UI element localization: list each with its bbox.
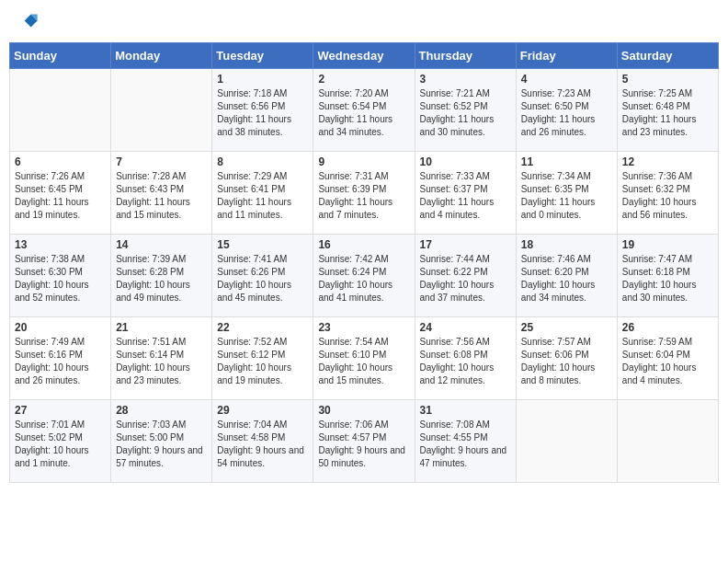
day-number: 4 (521, 73, 612, 86)
day-number: 16 (318, 238, 409, 251)
day-info: Sunrise: 7:25 AM Sunset: 6:48 PM Dayligh… (622, 87, 713, 139)
calendar-day-cell: 31Sunrise: 7:08 AM Sunset: 4:55 PM Dayli… (415, 400, 516, 483)
day-number: 31 (420, 404, 511, 417)
day-number: 15 (217, 238, 308, 251)
calendar-day-cell: 19Sunrise: 7:47 AM Sunset: 6:18 PM Dayli… (617, 235, 718, 317)
calendar-day-cell (10, 69, 111, 152)
calendar-day-cell: 7Sunrise: 7:28 AM Sunset: 6:43 PM Daylig… (111, 152, 212, 235)
day-info: Sunrise: 7:47 AM Sunset: 6:18 PM Dayligh… (622, 253, 713, 304)
calendar-day-cell (516, 400, 617, 483)
day-number: 30 (318, 404, 409, 417)
calendar-day-cell: 22Sunrise: 7:52 AM Sunset: 6:12 PM Dayli… (212, 317, 313, 400)
day-info: Sunrise: 7:21 AM Sunset: 6:52 PM Dayligh… (420, 87, 511, 139)
day-info: Sunrise: 7:56 AM Sunset: 6:08 PM Dayligh… (420, 336, 511, 387)
day-number: 10 (420, 155, 511, 168)
day-of-week-header: Thursday (415, 43, 516, 69)
calendar-day-cell (617, 400, 718, 483)
calendar-day-cell: 10Sunrise: 7:33 AM Sunset: 6:37 PM Dayli… (415, 152, 516, 235)
day-number: 23 (318, 321, 409, 334)
page-header (9, 9, 719, 35)
calendar-day-cell: 21Sunrise: 7:51 AM Sunset: 6:14 PM Dayli… (111, 317, 212, 400)
day-number: 3 (420, 73, 511, 86)
day-of-week-header: Saturday (617, 43, 718, 69)
day-number: 11 (521, 155, 612, 168)
day-number: 1 (217, 73, 308, 86)
day-number: 17 (420, 238, 511, 251)
day-number: 9 (318, 155, 409, 168)
day-info: Sunrise: 7:34 AM Sunset: 6:35 PM Dayligh… (521, 170, 612, 222)
calendar-day-cell: 14Sunrise: 7:39 AM Sunset: 6:28 PM Dayli… (111, 235, 212, 317)
logo-icon (13, 9, 39, 35)
day-info: Sunrise: 7:03 AM Sunset: 5:00 PM Dayligh… (116, 419, 207, 470)
day-info: Sunrise: 7:54 AM Sunset: 6:10 PM Dayligh… (318, 336, 409, 387)
day-info: Sunrise: 7:26 AM Sunset: 6:45 PM Dayligh… (15, 170, 106, 222)
calendar-table: SundayMondayTuesdayWednesdayThursdayFrid… (9, 42, 719, 483)
day-number: 21 (116, 321, 207, 334)
day-info: Sunrise: 7:01 AM Sunset: 5:02 PM Dayligh… (15, 419, 106, 470)
day-info: Sunrise: 7:08 AM Sunset: 4:55 PM Dayligh… (420, 419, 511, 470)
calendar-day-cell: 29Sunrise: 7:04 AM Sunset: 4:58 PM Dayli… (212, 400, 313, 483)
day-number: 29 (217, 404, 308, 417)
day-info: Sunrise: 7:41 AM Sunset: 6:26 PM Dayligh… (217, 253, 308, 304)
day-number: 28 (116, 404, 207, 417)
day-number: 8 (217, 155, 308, 168)
calendar-day-cell: 2Sunrise: 7:20 AM Sunset: 6:54 PM Daylig… (313, 69, 415, 152)
calendar-week-row: 13Sunrise: 7:38 AM Sunset: 6:30 PM Dayli… (10, 235, 719, 317)
day-of-week-header: Wednesday (313, 43, 415, 69)
calendar-day-cell: 23Sunrise: 7:54 AM Sunset: 6:10 PM Dayli… (313, 317, 415, 400)
calendar-week-row: 20Sunrise: 7:49 AM Sunset: 6:16 PM Dayli… (10, 317, 719, 400)
day-number: 22 (217, 321, 308, 334)
calendar-day-cell: 12Sunrise: 7:36 AM Sunset: 6:32 PM Dayli… (617, 152, 718, 235)
day-number: 6 (15, 155, 106, 168)
day-number: 14 (116, 238, 207, 251)
calendar-week-row: 27Sunrise: 7:01 AM Sunset: 5:02 PM Dayli… (10, 400, 719, 483)
day-number: 25 (521, 321, 612, 334)
day-info: Sunrise: 7:51 AM Sunset: 6:14 PM Dayligh… (116, 336, 207, 387)
calendar-day-cell: 25Sunrise: 7:57 AM Sunset: 6:06 PM Dayli… (516, 317, 617, 400)
day-of-week-header: Friday (516, 43, 617, 69)
calendar-day-cell: 13Sunrise: 7:38 AM Sunset: 6:30 PM Dayli… (10, 235, 111, 317)
calendar-day-cell: 3Sunrise: 7:21 AM Sunset: 6:52 PM Daylig… (415, 69, 516, 152)
day-number: 27 (15, 404, 106, 417)
day-info: Sunrise: 7:20 AM Sunset: 6:54 PM Dayligh… (318, 87, 409, 139)
day-info: Sunrise: 7:31 AM Sunset: 6:39 PM Dayligh… (318, 170, 409, 222)
calendar-header-row: SundayMondayTuesdayWednesdayThursdayFrid… (10, 43, 719, 69)
calendar-day-cell: 20Sunrise: 7:49 AM Sunset: 6:16 PM Dayli… (10, 317, 111, 400)
day-info: Sunrise: 7:46 AM Sunset: 6:20 PM Dayligh… (521, 253, 612, 304)
day-info: Sunrise: 7:49 AM Sunset: 6:16 PM Dayligh… (15, 336, 106, 387)
day-number: 18 (521, 238, 612, 251)
day-of-week-header: Monday (111, 43, 212, 69)
day-info: Sunrise: 7:39 AM Sunset: 6:28 PM Dayligh… (116, 253, 207, 304)
day-info: Sunrise: 7:59 AM Sunset: 6:04 PM Dayligh… (622, 336, 713, 387)
calendar-day-cell: 4Sunrise: 7:23 AM Sunset: 6:50 PM Daylig… (516, 69, 617, 152)
day-info: Sunrise: 7:33 AM Sunset: 6:37 PM Dayligh… (420, 170, 511, 222)
day-number: 20 (15, 321, 106, 334)
day-number: 26 (622, 321, 713, 334)
calendar-day-cell: 18Sunrise: 7:46 AM Sunset: 6:20 PM Dayli… (516, 235, 617, 317)
calendar-day-cell: 5Sunrise: 7:25 AM Sunset: 6:48 PM Daylig… (617, 69, 718, 152)
day-number: 2 (318, 73, 409, 86)
day-info: Sunrise: 7:42 AM Sunset: 6:24 PM Dayligh… (318, 253, 409, 304)
calendar-week-row: 6Sunrise: 7:26 AM Sunset: 6:45 PM Daylig… (10, 152, 719, 235)
day-info: Sunrise: 7:52 AM Sunset: 6:12 PM Dayligh… (217, 336, 308, 387)
calendar-day-cell: 16Sunrise: 7:42 AM Sunset: 6:24 PM Dayli… (313, 235, 415, 317)
day-number: 7 (116, 155, 207, 168)
day-of-week-header: Tuesday (212, 43, 313, 69)
day-info: Sunrise: 7:38 AM Sunset: 6:30 PM Dayligh… (15, 253, 106, 304)
calendar-day-cell: 15Sunrise: 7:41 AM Sunset: 6:26 PM Dayli… (212, 235, 313, 317)
day-info: Sunrise: 7:29 AM Sunset: 6:41 PM Dayligh… (217, 170, 308, 222)
day-number: 5 (622, 73, 713, 86)
calendar-day-cell: 28Sunrise: 7:03 AM Sunset: 5:00 PM Dayli… (111, 400, 212, 483)
calendar-day-cell: 8Sunrise: 7:29 AM Sunset: 6:41 PM Daylig… (212, 152, 313, 235)
calendar-day-cell (111, 69, 212, 152)
calendar-day-cell: 24Sunrise: 7:56 AM Sunset: 6:08 PM Dayli… (415, 317, 516, 400)
calendar-week-row: 1Sunrise: 7:18 AM Sunset: 6:56 PM Daylig… (10, 69, 719, 152)
day-number: 13 (15, 238, 106, 251)
day-info: Sunrise: 7:36 AM Sunset: 6:32 PM Dayligh… (622, 170, 713, 222)
logo (13, 9, 42, 35)
day-info: Sunrise: 7:18 AM Sunset: 6:56 PM Dayligh… (217, 87, 308, 139)
day-number: 19 (622, 238, 713, 251)
calendar-day-cell: 30Sunrise: 7:06 AM Sunset: 4:57 PM Dayli… (313, 400, 415, 483)
day-of-week-header: Sunday (10, 43, 111, 69)
day-info: Sunrise: 7:28 AM Sunset: 6:43 PM Dayligh… (116, 170, 207, 222)
